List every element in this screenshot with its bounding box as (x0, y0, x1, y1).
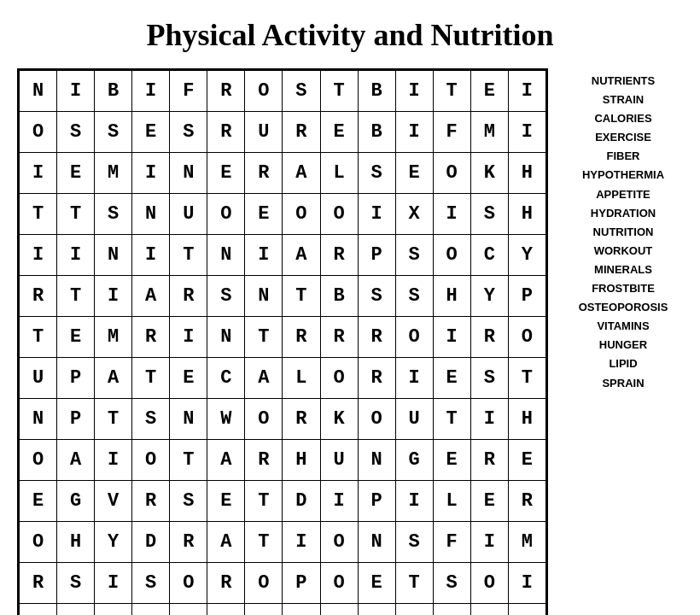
grid-cell: I (95, 440, 132, 481)
grid-cell: C (207, 604, 245, 616)
grid-cell: I (132, 153, 170, 194)
grid-cell: S (470, 194, 508, 235)
grid-cell: S (358, 276, 395, 317)
grid-cell: I (320, 481, 358, 522)
grid-cell: P (358, 235, 395, 276)
grid-cell: T (433, 399, 470, 440)
word-list-item: SPRAIN (602, 374, 644, 393)
grid-cell: R (283, 317, 320, 358)
grid-cell: R (207, 112, 245, 153)
grid-cell: H (433, 276, 470, 317)
grid-cell: E (470, 481, 508, 522)
grid-cell: N (132, 194, 170, 235)
grid-cell: P (283, 563, 320, 604)
grid-cell: O (132, 440, 170, 481)
grid-cell: B (358, 112, 395, 153)
grid-cell: S (470, 358, 508, 399)
grid-cell: E (358, 563, 395, 604)
grid-cell: I (245, 604, 283, 616)
grid-cell: A (508, 604, 545, 616)
grid-cell: D (132, 522, 170, 563)
grid-cell: S (433, 563, 470, 604)
word-list-item: WORKOUT (594, 242, 653, 261)
grid-cell: H (508, 399, 545, 440)
grid-cell: B (358, 71, 395, 112)
grid-cell: I (20, 153, 57, 194)
grid-cell: A (57, 440, 95, 481)
grid-cell: H (508, 194, 545, 235)
grid-cell: U (320, 440, 358, 481)
grid-cell: U (20, 358, 57, 399)
grid-cell: A (245, 358, 283, 399)
grid-cell: T (20, 194, 57, 235)
grid-cell: I (95, 276, 132, 317)
grid-cell: A (95, 358, 132, 399)
grid-cell: R (470, 317, 508, 358)
grid-cell: S (170, 112, 207, 153)
table-row: OSSESRUREBIFMI (20, 112, 546, 153)
grid-cell: X (395, 194, 433, 235)
grid-cell: O (320, 194, 358, 235)
word-list-item: FROSTBITE (592, 279, 655, 298)
grid-cell: T (508, 358, 545, 399)
word-list-item: HYPOTHERMIA (582, 166, 664, 184)
grid-cell: W (207, 399, 245, 440)
grid-cell: T (470, 604, 508, 616)
grid-cell: N (170, 153, 207, 194)
grid-cell: N (358, 522, 395, 563)
grid-cell: R (508, 481, 545, 522)
grid-cell: H (57, 522, 95, 563)
word-list-item: VITAMINS (597, 317, 649, 336)
grid-cell: O (358, 399, 395, 440)
grid-cell: I (395, 481, 433, 522)
grid-cell: I (245, 235, 283, 276)
grid-cell: A (283, 235, 320, 276)
grid-cell: I (132, 235, 170, 276)
grid-cell: T (283, 276, 320, 317)
word-list: NUTRIENTSSTRAINCALORIESEXERCISEFIBERHYPO… (563, 68, 683, 393)
grid-cell: R (283, 399, 320, 440)
grid-cell: G (57, 481, 95, 522)
table-row: TEMRINTRRROIRO (20, 317, 546, 358)
grid-cell: E (132, 112, 170, 153)
grid-cell: R (20, 276, 57, 317)
word-list-item: NUTRIENTS (592, 72, 655, 91)
grid-cell: B (320, 276, 358, 317)
grid-cell: H (508, 153, 545, 194)
grid-cell: R (283, 112, 320, 153)
grid-cell: E (508, 440, 545, 481)
grid-cell: P (57, 399, 95, 440)
page-title: Physical Activity and Nutrition (146, 17, 553, 53)
grid-cell: E (132, 604, 170, 616)
grid-cell: Y (470, 276, 508, 317)
table-row: UEXERCISETTETA (20, 604, 546, 616)
grid-cell: N (20, 399, 57, 440)
table-row: RTIARSNTBSSHYP (20, 276, 546, 317)
word-list-item: NUTRITION (593, 223, 654, 242)
grid-cell: S (95, 112, 132, 153)
grid-cell: O (245, 71, 283, 112)
grid-cell: E (57, 153, 95, 194)
grid-cell: I (132, 71, 170, 112)
grid-cell: F (433, 112, 470, 153)
grid-cell: R (207, 71, 245, 112)
grid-cell: O (20, 440, 57, 481)
table-row: RSISOROPOETSOI (20, 563, 546, 604)
grid-cell: D (283, 481, 320, 522)
grid-cell: O (433, 153, 470, 194)
grid-cell: N (245, 276, 283, 317)
grid-cell: I (395, 112, 433, 153)
grid-cell: M (95, 317, 132, 358)
grid-cell: U (170, 194, 207, 235)
grid-cell: I (358, 194, 395, 235)
grid-cell: O (207, 194, 245, 235)
grid-cell: T (320, 71, 358, 112)
word-list-item: HUNGER (599, 336, 647, 354)
grid-cell: L (283, 358, 320, 399)
grid-cell: I (508, 563, 545, 604)
grid-cell: E (433, 440, 470, 481)
grid-cell: N (20, 71, 57, 112)
grid-cell: G (395, 440, 433, 481)
word-list-item: MINERALS (594, 261, 652, 279)
grid-cell: O (245, 563, 283, 604)
